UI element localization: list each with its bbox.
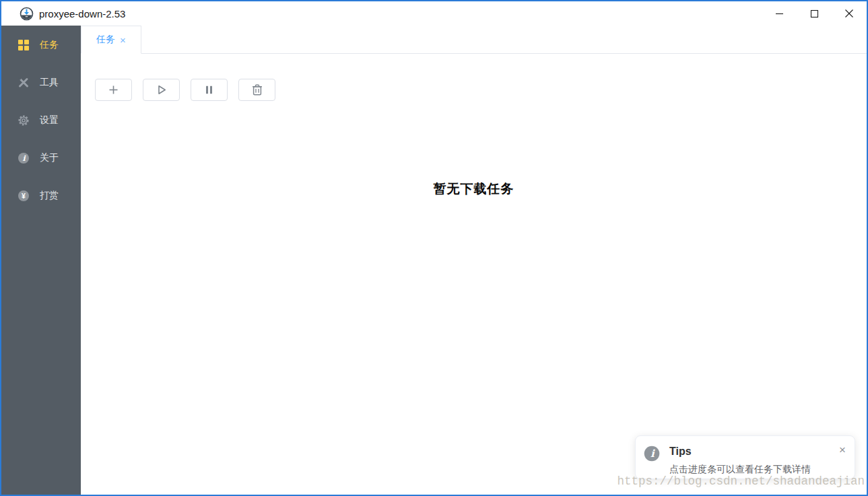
settings-gear-icon <box>18 114 30 127</box>
about-info-icon: i <box>18 152 30 164</box>
sidebar-item-label: 设置 <box>40 114 59 127</box>
tasks-grid-icon <box>18 39 30 51</box>
sidebar-item-tasks[interactable]: 任务 <box>1 26 81 64</box>
maximize-icon <box>810 9 819 18</box>
main-panel: 任务 × <box>81 26 867 495</box>
app-window: proxyee-down-2.53 <box>0 0 868 496</box>
sidebar-item-label: 任务 <box>40 39 59 51</box>
tab-label: 任务 <box>96 34 115 46</box>
tab-bar: 任务 × <box>81 26 867 54</box>
minimize-icon <box>775 9 784 18</box>
window-title: proxyee-down-2.53 <box>39 8 125 20</box>
pause-icon <box>203 83 215 96</box>
tips-notification: i Tips 点击进度条可以查看任务下载详情 × <box>635 435 855 479</box>
maximize-button[interactable] <box>797 1 832 26</box>
sidebar-item-donate[interactable]: ¥ 打赏 <box>1 177 81 215</box>
sidebar-item-settings[interactable]: 设置 <box>1 102 81 139</box>
sidebar-item-label: 工具 <box>40 77 59 89</box>
close-icon <box>844 9 854 18</box>
app-logo-icon <box>20 7 34 21</box>
trash-icon <box>251 83 263 96</box>
minimize-button[interactable] <box>762 1 797 26</box>
notification-close-icon[interactable]: × <box>839 444 846 456</box>
tools-icon <box>18 77 30 89</box>
close-button[interactable] <box>832 1 867 26</box>
sidebar-item-about[interactable]: i 关于 <box>1 139 81 177</box>
window-controls <box>762 1 867 26</box>
donate-yen-icon: ¥ <box>18 190 30 202</box>
empty-task-message: 暂无下载任务 <box>81 180 867 198</box>
sidebar-item-label: 打赏 <box>40 190 59 202</box>
add-task-button[interactable] <box>95 79 132 101</box>
sidebar-item-tools[interactable]: 工具 <box>1 64 81 102</box>
notification-title: Tips <box>669 446 692 458</box>
tab-close-icon[interactable]: × <box>120 35 126 45</box>
info-icon: i <box>644 446 660 462</box>
titlebar: proxyee-down-2.53 <box>1 1 867 26</box>
sidebar-item-label: 关于 <box>40 152 59 164</box>
play-icon <box>155 83 168 96</box>
tab-tasks[interactable]: 任务 × <box>81 26 141 54</box>
plus-icon <box>107 83 120 96</box>
task-toolbar <box>81 54 867 101</box>
sidebar: 任务 工具 设置 <box>1 26 81 495</box>
window-body: 任务 工具 设置 <box>1 26 867 495</box>
delete-task-button[interactable] <box>238 79 275 101</box>
start-task-button[interactable] <box>143 79 180 101</box>
svg-text:¥: ¥ <box>22 192 26 200</box>
pause-task-button[interactable] <box>191 79 228 101</box>
notification-message: 点击进度条可以查看任务下载详情 <box>669 464 811 476</box>
